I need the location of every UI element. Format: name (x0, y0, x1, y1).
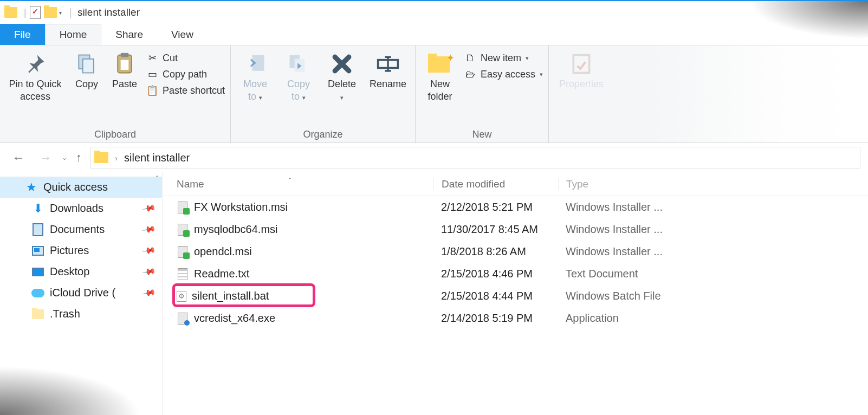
properties-qat-icon[interactable] (30, 6, 41, 19)
file-type: Windows Installer ... (558, 223, 868, 236)
chevron-right-icon: › (115, 153, 118, 163)
file-name: vcredist_x64.exe (194, 312, 275, 325)
pin-to-quick-access-button[interactable]: Pin to Quick access (5, 49, 65, 102)
file-row[interactable]: FX Workstation.msi2/12/2018 5:21 PMWindo… (163, 196, 868, 218)
cloud-icon (31, 287, 44, 299)
file-type-icon (177, 313, 189, 325)
sidebar-item-label: Desktop (50, 265, 89, 278)
folder-icon (4, 7, 17, 18)
tab-share[interactable]: Share (101, 24, 157, 45)
separator: | (24, 7, 27, 18)
pin-icon: 📌 (141, 286, 156, 300)
sidebar-documents[interactable]: Documents 📌 (0, 219, 162, 240)
file-row[interactable]: silent_install.bat2/15/2018 4:44 PMWindo… (163, 285, 868, 307)
file-name: silent_install.bat (192, 290, 269, 302)
sidebar-item-label: Quick access (43, 181, 108, 193)
sidebar-quick-access[interactable]: ★ Quick access (0, 177, 162, 198)
separator: | (69, 7, 72, 19)
file-name: opendcl.msi (194, 245, 252, 258)
back-button[interactable]: ← (8, 148, 29, 167)
ribbon-tabs: File Home Share View (0, 24, 868, 46)
new-item-button[interactable]: 🗋New item ▾ (464, 52, 543, 64)
file-row[interactable]: vcredist_x64.exe2/14/2018 5:19 PMApplica… (163, 307, 868, 329)
sidebar-trash[interactable]: .Trash (0, 303, 162, 325)
file-type: Text Document (558, 268, 868, 280)
column-name[interactable]: Name ⌃ (163, 178, 433, 190)
sidebar-item-label: Pictures (50, 244, 89, 257)
move-to-button[interactable]: Move to ▾ (236, 49, 274, 102)
file-type-icon (177, 224, 189, 236)
pin-icon: 📌 (141, 264, 156, 279)
rename-icon (376, 52, 400, 76)
tab-home[interactable]: Home (45, 24, 102, 45)
ribbon-group-open: Properties (549, 46, 614, 142)
tab-view[interactable]: View (157, 24, 208, 45)
navigation-bar: ← → ⌄ ↑ › silent installer (0, 143, 868, 172)
svg-rect-12 (573, 55, 589, 73)
history-dropdown[interactable]: ⌄ (62, 154, 67, 161)
ribbon-group-new: ✦ New folder 🗋New item ▾ 🗁Easy access ▾ … (416, 46, 549, 142)
chevron-down-icon: ▾ (540, 71, 543, 78)
file-list: Name ⌃ Date modified Type FX Workstation… (163, 172, 868, 415)
easy-access-button[interactable]: 🗁Easy access ▾ (464, 68, 543, 80)
svg-rect-1 (83, 59, 94, 73)
file-row[interactable]: mysqlodbc64.msi11/30/2017 8:45 AMWindows… (163, 218, 868, 241)
delete-button[interactable]: Delete▾ (323, 49, 361, 102)
rename-button[interactable]: Rename (366, 49, 410, 90)
column-date-modified[interactable]: Date modified (433, 178, 558, 190)
paste-shortcut-icon: 📋 (146, 85, 158, 96)
file-date: 2/15/2018 4:46 PM (433, 268, 558, 280)
copy-icon (75, 52, 99, 76)
sidebar-desktop[interactable]: Desktop 📌 (0, 261, 162, 282)
sidebar-item-label: iCloud Drive ( (50, 287, 115, 299)
column-type[interactable]: Type (558, 178, 868, 190)
qat-dropdown-icon[interactable]: ▾ (59, 10, 62, 16)
paste-shortcut-button[interactable]: 📋Paste shortcut (146, 85, 225, 96)
file-name: Readme.txt (194, 268, 249, 280)
properties-icon (569, 52, 593, 76)
pictures-icon (31, 245, 44, 257)
properties-button[interactable]: Properties (554, 49, 608, 90)
documents-icon (31, 224, 44, 236)
file-date: 2/12/2018 5:21 PM (433, 201, 558, 213)
cut-button[interactable]: ✂Cut (146, 52, 225, 64)
copy-to-button[interactable]: Copy to ▾ (280, 49, 318, 102)
sidebar-pictures[interactable]: Pictures 📌 (0, 240, 162, 261)
new-folder-button[interactable]: ✦ New folder (421, 49, 459, 102)
file-name: FX Workstation.msi (194, 201, 288, 213)
ribbon-group-clipboard: Pin to Quick access Copy Paste ✂Cut ▭Cop… (0, 46, 231, 142)
paste-icon (113, 52, 137, 76)
group-label: Clipboard (5, 127, 225, 140)
delete-icon (330, 52, 354, 76)
sort-indicator-icon: ⌃ (287, 177, 293, 184)
file-name: mysqlodbc64.msi (194, 223, 278, 236)
breadcrumb-folder[interactable]: silent installer (124, 152, 190, 164)
new-folder-icon: ✦ (428, 52, 452, 76)
chevron-down-icon: ▾ (526, 55, 529, 62)
file-type: Windows Installer ... (558, 201, 868, 213)
chevron-down-icon: ▾ (259, 94, 262, 101)
file-type-icon (177, 291, 186, 302)
sidebar-downloads[interactable]: ⬇ Downloads 📌 (0, 198, 162, 219)
folder-icon (94, 152, 108, 163)
address-bar[interactable]: › silent installer (90, 147, 860, 168)
pin-icon: 📌 (141, 243, 156, 258)
paste-button[interactable]: Paste (108, 49, 141, 90)
new-folder-qat-icon[interactable] (44, 7, 57, 18)
new-item-icon: 🗋 (464, 52, 476, 64)
file-date: 1/8/2018 8:26 AM (433, 245, 558, 258)
forward-button[interactable]: → (35, 148, 56, 167)
copy-button[interactable]: Copy (70, 49, 103, 90)
download-icon: ⬇ (31, 203, 44, 215)
easy-access-icon: 🗁 (464, 68, 476, 80)
file-type-icon (177, 246, 189, 258)
up-button[interactable]: ↑ (73, 151, 85, 165)
file-row[interactable]: Readme.txt2/15/2018 4:46 PMText Document (163, 263, 868, 285)
file-date: 2/15/2018 4:44 PM (433, 290, 558, 302)
tab-file[interactable]: File (0, 24, 45, 45)
file-type: Windows Batch File (558, 290, 868, 302)
sidebar-icloud-drive[interactable]: iCloud Drive ( 📌 (0, 282, 162, 303)
file-row[interactable]: opendcl.msi1/8/2018 8:26 AMWindows Insta… (163, 241, 868, 263)
copy-path-button[interactable]: ▭Copy path (146, 68, 225, 80)
group-label: New (421, 127, 543, 140)
